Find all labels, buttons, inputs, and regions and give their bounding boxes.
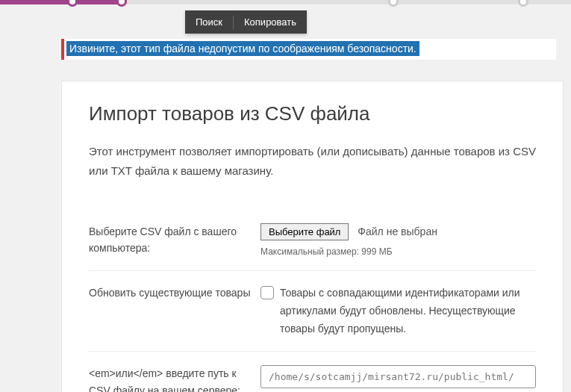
progress-step-4[interactable] bbox=[518, 0, 528, 7]
path-label: <em>или</em> введите путь к CSV файлу на… bbox=[89, 365, 260, 392]
file-status: Файл не выбран bbox=[358, 225, 437, 237]
update-control: Товары с совпадающими идентификаторами и… bbox=[260, 284, 536, 337]
progress-bar bbox=[0, 0, 571, 4]
update-description: Товары с совпадающими идентификаторами и… bbox=[280, 284, 536, 337]
file-control: Выберите файл Файл не выбран Максимальны… bbox=[260, 223, 536, 257]
path-row: <em>или</em> введите путь к CSV файлу на… bbox=[89, 352, 536, 392]
file-label: Выберите CSV файл с вашего компьютера: bbox=[89, 223, 260, 257]
file-row: Выберите CSV файл с вашего компьютера: В… bbox=[89, 210, 536, 271]
update-label: Обновить существующие товары bbox=[89, 284, 260, 301]
progress-step-3[interactable] bbox=[388, 0, 399, 7]
update-row: Обновить существующие товары Товары с со… bbox=[89, 271, 536, 352]
page-title: Импорт товаров из CSV файла bbox=[89, 102, 536, 125]
progress-step-2[interactable] bbox=[116, 0, 127, 7]
import-card: Импорт товаров из CSV файла Этот инструм… bbox=[61, 81, 564, 392]
server-path-input[interactable] bbox=[260, 365, 536, 388]
error-notice: Извините, этот тип файла недопустим по с… bbox=[61, 39, 556, 60]
progress-fill bbox=[0, 0, 119, 4]
update-checkbox[interactable] bbox=[260, 286, 274, 299]
context-menu: Поиск Копировать bbox=[185, 10, 307, 34]
page-description: Этот инструмент позволяет импортировать … bbox=[89, 142, 536, 180]
choose-file-button[interactable]: Выберите файл bbox=[260, 223, 349, 240]
context-menu-search[interactable]: Поиск bbox=[185, 10, 233, 34]
file-size-hint: Максимальный размер: 999 МБ bbox=[260, 246, 536, 257]
progress-step-1[interactable] bbox=[67, 0, 78, 7]
error-message: Извините, этот тип файла недопустим по с… bbox=[66, 41, 419, 56]
context-menu-copy[interactable]: Копировать bbox=[234, 10, 307, 34]
path-control bbox=[260, 365, 536, 388]
